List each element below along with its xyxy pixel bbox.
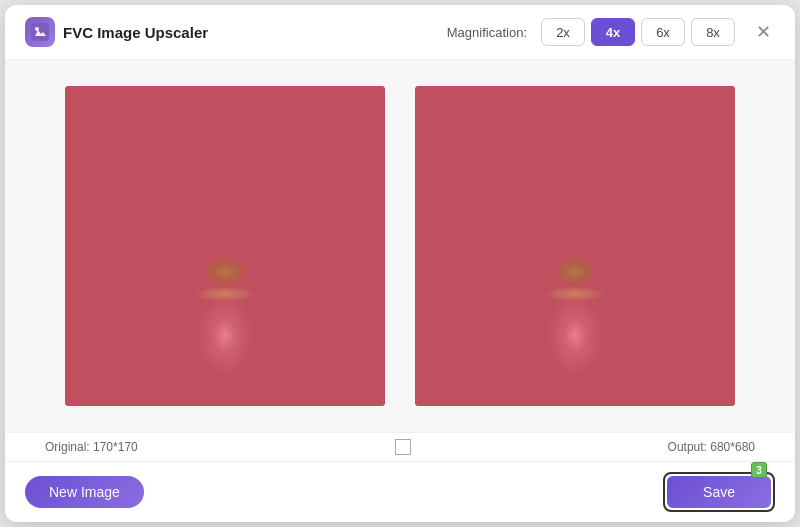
mag-2x-button[interactable]: 2x <box>541 18 585 46</box>
main-content <box>5 60 795 432</box>
output-size-label: Output: 680*680 <box>668 440 755 454</box>
save-button[interactable]: Save <box>667 476 771 508</box>
mag-8x-button[interactable]: 8x <box>691 18 735 46</box>
bottom-bar: New Image 3 Save <box>5 461 795 522</box>
logo-area: FVC Image Upscaler <box>25 17 447 47</box>
svg-point-1 <box>35 27 39 31</box>
mag-6x-button[interactable]: 6x <box>641 18 685 46</box>
save-badge: 3 <box>751 462 767 478</box>
save-area: 3 Save <box>663 472 775 512</box>
save-button-wrapper: Save <box>663 472 775 512</box>
status-bar: Original: 170*170 Output: 680*680 <box>5 432 795 461</box>
new-image-button[interactable]: New Image <box>25 476 144 508</box>
magnification-label: Magnification: <box>447 25 527 40</box>
output-image-panel <box>415 86 735 406</box>
app-window: FVC Image Upscaler Magnification: 2x 4x … <box>5 5 795 522</box>
original-size-label: Original: 170*170 <box>45 440 138 454</box>
svg-rect-0 <box>31 23 49 41</box>
app-title: FVC Image Upscaler <box>63 24 208 41</box>
app-logo-icon <box>25 17 55 47</box>
compare-icon[interactable] <box>395 439 411 455</box>
mag-4x-button[interactable]: 4x <box>591 18 635 46</box>
original-dog-image <box>65 86 385 406</box>
original-image-panel <box>65 86 385 406</box>
magnification-buttons: 2x 4x 6x 8x <box>541 18 735 46</box>
header: FVC Image Upscaler Magnification: 2x 4x … <box>5 5 795 60</box>
output-dog-image <box>415 86 735 406</box>
close-button[interactable]: ✕ <box>751 20 775 44</box>
magnification-area: Magnification: 2x 4x 6x 8x <box>447 18 735 46</box>
